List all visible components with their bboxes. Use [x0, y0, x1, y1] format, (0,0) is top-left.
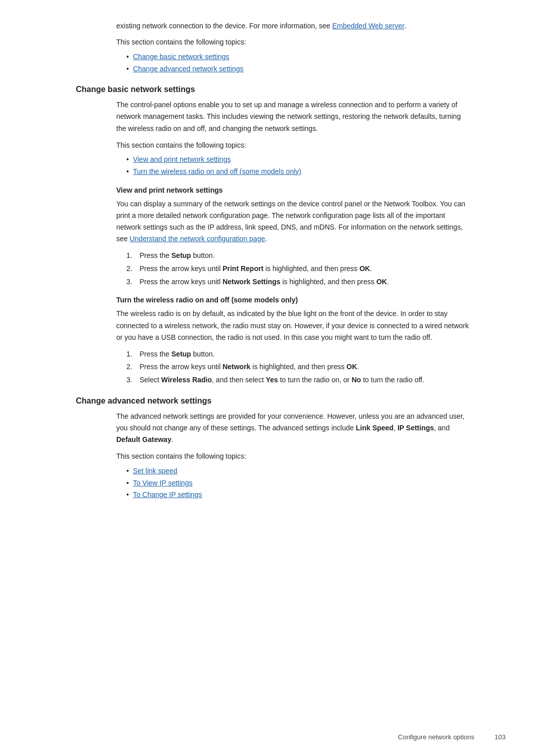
- page-number: 103: [494, 733, 506, 741]
- change-basic-topics-list: View and print network settings Turn the…: [126, 154, 470, 178]
- view-print-steps: Press the Setup button. Press the arrow …: [126, 250, 470, 288]
- intro-list-item-1: Change basic network settings: [126, 51, 470, 63]
- view-print-heading: View and print network settings: [116, 186, 470, 194]
- intro-topics-label: This section contains the following topi…: [116, 36, 470, 48]
- understand-network-link[interactable]: Understand the network configuration pag…: [129, 235, 265, 243]
- wireless-radio-bold: Wireless Radio: [161, 376, 212, 384]
- yes-bold: Yes: [266, 376, 278, 384]
- turn-wireless-heading: Turn the wireless radio on and off (some…: [116, 296, 470, 304]
- page-content: existing network connection to the devic…: [56, 20, 490, 501]
- change-basic-link[interactable]: Change basic network settings: [133, 51, 230, 63]
- change-basic-topics-label: This section contains the following topi…: [116, 140, 470, 151]
- ok-bold-1: OK: [359, 264, 370, 273]
- turn-wireless-link[interactable]: Turn the wireless radio on and off (some…: [133, 166, 301, 178]
- view-print-step-3: Press the arrow keys unitl Network Setti…: [126, 276, 470, 288]
- intro-text-before-link: existing network connection to the devic…: [116, 22, 332, 30]
- change-basic-list-item-2: Turn the wireless radio on and off (some…: [126, 166, 470, 178]
- intro-topics-list: Change basic network settings Change adv…: [126, 51, 470, 75]
- intro-text-after-link: .: [404, 22, 406, 30]
- ok-bold-3: OK: [346, 363, 357, 371]
- default-gateway-bold: Default Gateway: [116, 435, 171, 443]
- ip-settings-bold: IP Settings: [397, 424, 434, 432]
- change-advanced-list-item-2: To View IP settings: [126, 477, 470, 490]
- change-basic-list-item-1: View and print network settings: [126, 154, 470, 166]
- change-advanced-link[interactable]: Change advanced network settings: [133, 63, 244, 75]
- set-link-speed-link[interactable]: Set link speed: [133, 465, 177, 477]
- turn-wireless-step-1: Press the Setup button.: [126, 348, 470, 361]
- embedded-web-server-link[interactable]: Embedded Web server: [332, 22, 404, 30]
- intro-paragraph: existing network connection to the devic…: [116, 20, 470, 31]
- change-ip-link[interactable]: To Change IP settings: [133, 489, 202, 501]
- view-print-text-after: .: [265, 235, 267, 243]
- network-bold: Network: [222, 363, 250, 371]
- change-advanced-topics-label: This section contains the following topi…: [116, 451, 470, 462]
- change-advanced-para1: The advanced network settings are provid…: [116, 411, 470, 446]
- change-advanced-heading: Change advanced network settings: [76, 396, 470, 406]
- advanced-text-end: .: [171, 435, 173, 443]
- advanced-comma2: , and: [434, 424, 449, 432]
- change-basic-para1: The control-panel options enable you to …: [116, 99, 470, 134]
- view-print-link[interactable]: View and print network settings: [133, 154, 231, 166]
- turn-wireless-step-3: Select Wireless Radio, and then select Y…: [126, 374, 470, 386]
- view-print-step-1: Press the Setup button.: [126, 250, 470, 262]
- ok-bold-2: OK: [376, 278, 387, 286]
- change-advanced-list-item-1: Set link speed: [126, 465, 470, 477]
- view-print-para1: You can display a summary of the network…: [116, 198, 470, 245]
- link-speed-bold: Link Speed: [356, 424, 394, 432]
- view-ip-link[interactable]: To View IP settings: [133, 477, 193, 490]
- change-advanced-topics-list: Set link speed To View IP settings To Ch…: [126, 465, 470, 501]
- setup-bold-1: Setup: [171, 251, 191, 259]
- view-print-step-2: Press the arrow keys until Print Report …: [126, 263, 470, 275]
- turn-wireless-para1: The wireless radio is on by default, as …: [116, 308, 470, 343]
- turn-wireless-steps: Press the Setup button. Press the arrow …: [126, 348, 470, 386]
- setup-bold-2: Setup: [171, 350, 191, 358]
- change-basic-heading: Change basic network settings: [76, 85, 470, 94]
- page-footer: Configure network options 103: [398, 733, 506, 741]
- turn-wireless-step-2: Press the arrow keys until Network is hi…: [126, 361, 470, 373]
- no-bold: No: [351, 376, 361, 384]
- change-advanced-list-item-3: To Change IP settings: [126, 489, 470, 501]
- footer-label: Configure network options: [398, 733, 474, 741]
- network-settings-bold: Network Settings: [222, 278, 280, 286]
- intro-list-item-2: Change advanced network settings: [126, 63, 470, 75]
- print-report-bold: Print Report: [222, 264, 263, 273]
